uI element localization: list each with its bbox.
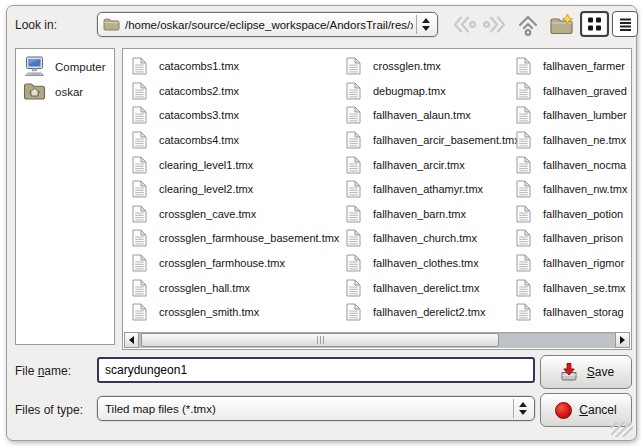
file-item[interactable]: fallhaven_rigmor [516,251,627,276]
home-folder-icon [23,82,46,101]
document-icon [346,131,361,149]
file-item[interactable]: fallhaven_barn.tmx [346,202,520,227]
computer-icon [23,56,46,78]
document-icon [346,205,361,223]
folder-icon [103,18,120,31]
file-item[interactable]: fallhaven_arcir_basement.tmx [346,128,520,153]
file-item[interactable]: fallhaven_ne.tmx [516,128,627,153]
file-item[interactable]: clearing_level2.tmx [132,177,339,202]
new-folder-button[interactable] [547,11,577,38]
file-name: fallhaven_rigmor [543,257,624,269]
combo-arrows-icon [513,399,532,418]
file-item[interactable]: fallhaven_nw.tmx [516,177,627,202]
list-view-toggle[interactable] [612,11,638,37]
file-item[interactable]: catacombs4.tmx [132,128,339,153]
scrollbar-thumb[interactable] [141,333,499,347]
document-icon [346,106,361,124]
file-item[interactable]: fallhaven_arcir.tmx [346,152,520,177]
cancel-icon [555,402,572,419]
document-icon [346,82,361,100]
file-item[interactable]: crossglen_smith.tmx [132,300,339,325]
file-name: fallhaven_arcir_basement.tmx [373,134,520,146]
file-name: fallhaven_derelict.tmx [373,282,479,294]
save-icon [558,362,580,382]
files-of-type-label: Files of type: [15,403,83,417]
file-name: fallhaven_farmer [543,60,625,72]
file-item[interactable]: catacombs2.tmx [132,79,339,104]
scroll-left-arrow[interactable] [124,332,139,348]
scroll-right-arrow[interactable] [615,332,630,348]
save-button[interactable]: Save [540,355,632,389]
file-name: fallhaven_se.tmx [543,282,626,294]
new-folder-icon [549,13,575,36]
file-item[interactable]: fallhaven_se.tmx [516,275,627,300]
document-icon [516,156,531,174]
icons-view-toggle[interactable] [580,11,609,37]
file-type-dropdown[interactable]: Tiled map files (*.tmx) [97,396,535,421]
document-icon [516,180,531,198]
file-item[interactable]: catacombs3.tmx [132,103,339,128]
file-name: crossglen.tmx [373,60,441,72]
file-item[interactable]: debugmap.tmx [346,79,520,104]
dialog-resize-grip[interactable] [611,422,633,437]
document-icon [132,106,147,124]
file-item[interactable]: fallhaven_alaun.tmx [346,103,520,128]
file-name: crossglen_cave.tmx [159,208,256,220]
file-name: catacombs2.tmx [159,85,239,97]
places-sidebar: Computer oskar [15,48,115,345]
file-item[interactable]: fallhaven_lumber [516,103,627,128]
file-name: crossglen_smith.tmx [159,306,259,318]
file-name-input[interactable] [97,357,535,383]
file-item[interactable]: crossglen_farmhouse_basement.tmx [132,226,339,251]
look-in-dropdown[interactable]: /home/oskar/source/eclipse_workspace/And… [97,12,438,37]
document-icon [132,180,147,198]
file-name: fallhaven_clothes.tmx [373,257,479,269]
file-item[interactable]: fallhaven_nocma [516,152,627,177]
file-item[interactable]: fallhaven_potion [516,202,627,227]
file-name: clearing_level1.tmx [159,159,253,171]
file-name: catacombs3.tmx [159,109,239,121]
file-item[interactable]: fallhaven_farmer [516,54,627,79]
file-item[interactable]: clearing_level1.tmx [132,152,339,177]
path-text: /home/oskar/source/eclipse_workspace/And… [120,19,413,31]
cancel-label: Cancel [579,403,616,417]
file-name: fallhaven_graved [543,85,627,97]
file-item[interactable]: crossglen_hall.tmx [132,275,339,300]
file-item[interactable]: crossglen_cave.tmx [132,202,339,227]
file-name: fallhaven_nw.tmx [543,183,627,195]
file-item[interactable]: fallhaven_derelict.tmx [346,275,520,300]
file-column: catacombs1.tmxcatacombs2.tmxcatacombs3.t… [132,54,339,325]
file-name: fallhaven_derelict2.tmx [373,306,486,318]
file-item[interactable]: fallhaven_storag [516,300,627,325]
file-item[interactable]: fallhaven_athamyr.tmx [346,177,520,202]
file-item[interactable]: crossglen_farmhouse.tmx [132,251,339,276]
document-icon [516,254,531,272]
document-icon [516,205,531,223]
back-button[interactable] [450,11,478,38]
file-item[interactable]: fallhaven_graved [516,79,627,104]
document-icon [346,303,361,321]
sidebar-item-computer[interactable]: Computer [16,54,114,79]
up-folder-button[interactable] [513,11,543,38]
up-folder-icon [515,14,541,36]
horizontal-scrollbar[interactable] [124,332,630,348]
file-item[interactable]: catacombs1.tmx [132,54,339,79]
file-save-dialog: Look in: /home/oskar/source/eclipse_work… [6,5,637,441]
forward-button[interactable] [481,11,509,38]
file-item[interactable]: fallhaven_clothes.tmx [346,251,520,276]
document-icon [516,279,531,297]
file-item[interactable]: fallhaven_church.tmx [346,226,520,251]
document-icon [132,57,147,75]
file-name: crossglen_farmhouse.tmx [159,257,285,269]
file-item[interactable]: fallhaven_derelict2.tmx [346,300,520,325]
sidebar-item-oskar[interactable]: oskar [16,79,114,104]
file-column: fallhaven_farmerfallhaven_gravedfallhave… [516,54,627,325]
document-icon [132,303,147,321]
file-item[interactable]: crossglen.tmx [346,54,520,79]
file-name: fallhaven_nocma [543,159,626,171]
file-name: fallhaven_alaun.tmx [373,109,471,121]
file-item[interactable]: fallhaven_prison [516,226,627,251]
document-icon [132,131,147,149]
sidebar-item-label: Computer [55,61,106,73]
list-view-icon [617,16,634,33]
